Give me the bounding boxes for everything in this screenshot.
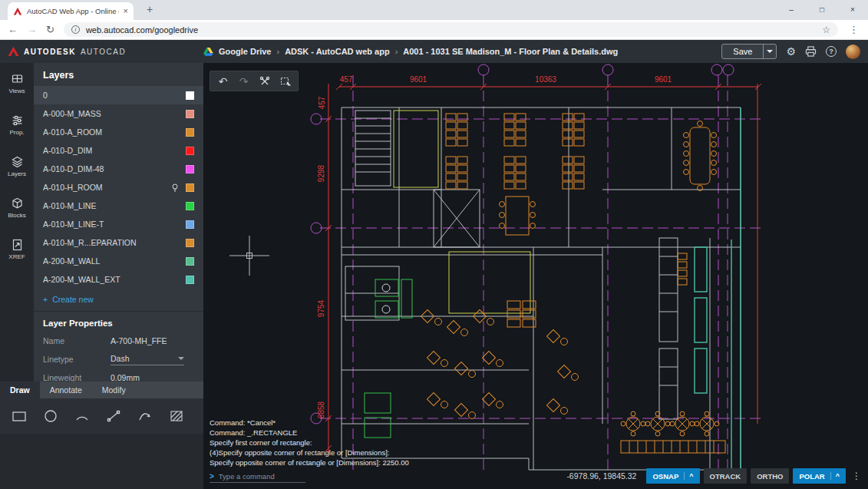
window-minimize-button[interactable]: – bbox=[776, 0, 807, 20]
layer-properties-title: Layer Properties bbox=[34, 312, 203, 332]
layer-name-row: Name A-700-MH_FFE bbox=[34, 332, 203, 350]
bookmark-star-icon[interactable]: ☆ bbox=[822, 25, 830, 35]
sidebar-item-properties[interactable]: Prop. bbox=[0, 104, 34, 146]
layer-row[interactable]: A-010-M_LINE-T bbox=[34, 215, 203, 233]
layer-color-swatch[interactable] bbox=[186, 202, 194, 210]
back-icon[interactable]: ← bbox=[8, 25, 18, 35]
ribbon-tab-label: Annotate bbox=[50, 385, 82, 395]
status-toggle-button[interactable]: OTRACK ^ bbox=[704, 468, 748, 484]
cursor-coordinates: -6978.96, 19845.32 bbox=[566, 471, 636, 481]
ribbon-tab[interactable]: Modify bbox=[92, 382, 136, 398]
help-icon[interactable]: ? bbox=[826, 46, 837, 57]
layer-color-swatch[interactable] bbox=[186, 257, 194, 266]
layer-freeze-bulb-icon[interactable] bbox=[171, 183, 179, 192]
save-split-button[interactable]: Save bbox=[721, 44, 777, 59]
status-toggle-button[interactable]: ORTHO ^ bbox=[751, 468, 789, 484]
layer-row[interactable]: A-010-D_DIM-48 bbox=[34, 160, 203, 178]
layer-name: 0 bbox=[43, 91, 186, 100]
rail-label: Prop. bbox=[9, 129, 24, 136]
browser-tab[interactable]: AutoCAD Web App - Online CAD × bbox=[8, 2, 134, 20]
window-maximize-button[interactable]: □ bbox=[807, 0, 837, 20]
autocad-logo-icon bbox=[8, 46, 19, 57]
circle-tool-button[interactable] bbox=[41, 406, 61, 426]
sidebar-item-layers[interactable]: Layers bbox=[0, 146, 34, 187]
rectangle-tool-button[interactable] bbox=[9, 406, 29, 426]
command-input[interactable] bbox=[219, 472, 299, 481]
blocks-icon bbox=[11, 197, 24, 210]
layer-color-swatch[interactable] bbox=[186, 128, 194, 137]
hatch-tool-button[interactable] bbox=[167, 406, 186, 426]
arc-tool-button[interactable] bbox=[72, 406, 92, 426]
address-bar[interactable]: i web.autocad.com/googledrive ☆ bbox=[64, 22, 838, 37]
breadcrumb-item-folder[interactable]: ADSK - AutoCAD web app bbox=[285, 47, 389, 56]
new-tab-button[interactable]: + bbox=[143, 3, 157, 15]
brand: AUTODESK AUTOCAD bbox=[0, 46, 203, 57]
status-overflow-icon[interactable]: ⋮ bbox=[850, 471, 863, 481]
caret-up-icon[interactable]: ^ bbox=[684, 472, 693, 480]
layer-name: A-010-D_DIM-48 bbox=[43, 164, 186, 173]
forward-icon[interactable]: → bbox=[27, 25, 37, 35]
layer-row[interactable]: A-010-D_DIM bbox=[34, 141, 203, 160]
layers-panel-title: Layers bbox=[34, 63, 203, 86]
layer-row[interactable]: A-010-M_R...EPARATION bbox=[34, 233, 203, 252]
layer-row[interactable]: A-010-A_ROOM bbox=[34, 123, 203, 141]
reload-icon[interactable]: ↻ bbox=[46, 25, 54, 35]
status-toggles: OSNAP ^ OTRACK ^ ORTHO ^ POLAR ^ bbox=[646, 468, 846, 484]
polyline-tool-button[interactable] bbox=[135, 406, 155, 426]
walls-teal bbox=[695, 107, 741, 470]
layer-color-swatch[interactable] bbox=[186, 91, 194, 100]
create-new-layer-button[interactable]: + Create new bbox=[34, 289, 203, 312]
layer-row[interactable]: A-200-M_WALL_EXT bbox=[34, 270, 203, 289]
sidebar-item-views[interactable]: Views bbox=[0, 63, 34, 104]
cad-canvas[interactable]: 457 9601 10363 9601 457 9298 9754 6858 bbox=[203, 63, 868, 489]
furniture-orange bbox=[421, 114, 725, 453]
xref-icon bbox=[11, 239, 24, 251]
breadcrumb-item-drive[interactable]: Google Drive bbox=[219, 47, 271, 56]
layers-panel: Layers 0 A-000-M_MASS bbox=[34, 63, 203, 382]
caret-up-icon[interactable]: ^ bbox=[830, 472, 840, 480]
save-button[interactable]: Save bbox=[722, 45, 763, 58]
ribbon-tab[interactable]: Annotate bbox=[40, 382, 92, 398]
tab-close-icon[interactable]: × bbox=[124, 7, 128, 15]
layer-row[interactable]: A-010-M_LINE bbox=[34, 197, 203, 215]
undo-icon[interactable]: ↶ bbox=[213, 72, 233, 90]
status-bar: -6978.96, 19845.32 OSNAP ^ OTRACK ^ ORTH… bbox=[566, 468, 863, 484]
layer-name: A-010-D_DIM bbox=[43, 146, 186, 155]
layer-color-swatch[interactable] bbox=[186, 147, 194, 155]
url-text[interactable]: web.autocad.com/googledrive bbox=[86, 25, 816, 35]
layer-color-swatch[interactable] bbox=[186, 110, 194, 118]
status-toggle-button[interactable]: POLAR ^ bbox=[793, 468, 846, 484]
linetype-select[interactable]: Dash bbox=[111, 354, 184, 365]
settings-gear-icon[interactable]: ⚙ bbox=[786, 46, 796, 57]
save-dropdown-icon[interactable] bbox=[763, 45, 776, 58]
layer-color-swatch[interactable] bbox=[186, 220, 194, 229]
ribbon-tab[interactable]: Draw bbox=[0, 382, 40, 398]
layer-row[interactable]: A-200-M_WALL bbox=[34, 252, 203, 270]
ribbon-tab-label: Draw bbox=[10, 385, 30, 395]
layer-color-swatch[interactable] bbox=[186, 183, 194, 192]
ribbon-tab-label: Modify bbox=[102, 385, 126, 395]
layer-row[interactable]: A-000-M_MASS bbox=[34, 104, 203, 123]
redo-icon[interactable]: ↷ bbox=[233, 72, 254, 90]
brand-autodesk: AUTODESK bbox=[24, 48, 76, 56]
layer-row[interactable]: A-010-H_ROOM bbox=[34, 178, 203, 197]
line-tool-button[interactable] bbox=[104, 406, 124, 426]
status-toggle-button[interactable]: OSNAP ^ bbox=[646, 468, 699, 484]
command-input-wrap: > bbox=[210, 472, 305, 483]
trim-icon[interactable] bbox=[254, 72, 275, 90]
print-icon[interactable] bbox=[805, 46, 817, 57]
sidebar-item-xref[interactable]: XREF bbox=[0, 229, 34, 270]
layer-color-swatch[interactable] bbox=[186, 165, 194, 173]
layers-icon bbox=[11, 156, 24, 168]
window-close-button[interactable]: × bbox=[837, 0, 868, 20]
browser-menu-icon[interactable]: ⋮ bbox=[847, 24, 860, 35]
sidebar-item-blocks[interactable]: Blocks bbox=[0, 187, 34, 229]
layer-color-swatch[interactable] bbox=[186, 276, 194, 284]
page-info-icon[interactable]: i bbox=[71, 25, 80, 34]
layer-row[interactable]: 0 bbox=[34, 86, 203, 104]
avatar[interactable] bbox=[846, 45, 860, 59]
layer-color-swatch[interactable] bbox=[186, 239, 194, 247]
dim-top-9601a: 9601 bbox=[410, 75, 427, 84]
box-select-icon[interactable] bbox=[275, 72, 295, 90]
layer-linetype-row: Linetype Dash bbox=[34, 350, 203, 368]
